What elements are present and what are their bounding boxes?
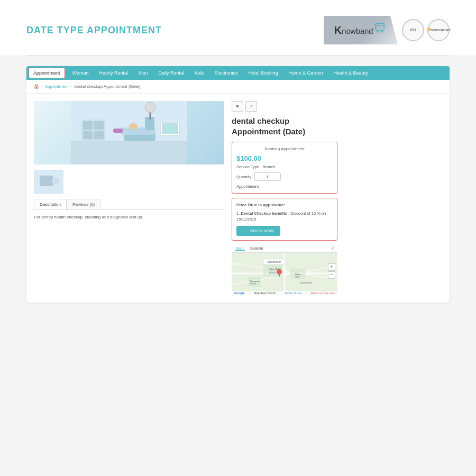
knowband-svg: K nowband (333, 21, 386, 39)
map-data: Map data ©2015 (254, 291, 276, 295)
wishlist-share-btn[interactable]: ↗ (245, 101, 257, 112)
wishlist-row: ♥ ↗ (232, 101, 337, 112)
svg-text:Bulandshahr: Bulandshahr (300, 281, 313, 284)
nav-item-daily-rental[interactable]: Daily Rental (153, 66, 189, 80)
nav-item-men[interactable]: Men (133, 66, 153, 80)
tab-description[interactable]: Description (34, 199, 67, 209)
product-right: ♥ ↗ dental checkup Appointment (Date) Bo… (232, 101, 337, 295)
book-now-button[interactable]: 🛒 BOOK NOW (236, 226, 280, 236)
nav-item-home-garden[interactable]: Home & Garden (283, 66, 328, 80)
map-controls: ⤢ (331, 246, 334, 251)
svg-text:नई दिल्ली: नई दिल्ली (268, 271, 276, 274)
price-rule-box: Price Rule is applicable: 1. Dental Chec… (232, 198, 337, 241)
nav-item-hourly-rental[interactable]: Hourly Rental (94, 66, 133, 80)
svg-rect-9 (71, 141, 187, 164)
map-terms[interactable]: Terms of Use (285, 291, 301, 295)
page-title: DATE TYPE APPOINTMENT (26, 25, 162, 36)
price-rule-item: 1. Dental Checkup benefits : Discount of… (236, 210, 333, 223)
svg-text:nowband: nowband (342, 27, 373, 35)
svg-point-4 (377, 31, 379, 33)
breadcrumb-current: dental checkup Appointment (Date) (74, 84, 140, 89)
svg-rect-21 (162, 123, 178, 134)
svg-point-26 (52, 177, 59, 185)
product-description-text: For dental health checkup, cleaning and … (34, 210, 224, 225)
iso-badge: ISO (402, 19, 424, 41)
price-rule-number: 1. (236, 211, 240, 216)
nav-item-hotel-booking[interactable]: Hotel Booking (243, 66, 283, 80)
map-footer: Google Map data ©2015 Terms of Use Repor… (232, 291, 337, 295)
product-thumbnail[interactable] (34, 170, 63, 194)
logo-area: K nowband ISO 🏆BESTSUPPORT (324, 16, 450, 44)
svg-text:Appointment: Appointment (267, 261, 281, 263)
svg-rect-18 (83, 131, 93, 139)
dental-room-illustration (71, 101, 187, 164)
google-logo: Google (234, 291, 245, 295)
map-zoom-in[interactable]: + (328, 263, 335, 271)
map-zoom-out[interactable]: − (328, 271, 335, 279)
breadcrumb-appointment[interactable]: Appointment (45, 84, 69, 89)
book-btn-label: BOOK NOW (250, 228, 274, 233)
cart-icon: 🛒 (243, 228, 248, 233)
map-tab-map[interactable]: Map (235, 246, 245, 251)
page-header: DATE TYPE APPOINTMENT K nowband ISO 🏆BES… (0, 0, 476, 55)
map-zoom-controls: + − (328, 263, 335, 279)
breadcrumb-sep2: › (71, 84, 72, 89)
nav-item-appointment[interactable]: Appointment (29, 68, 65, 78)
map-svg: New Delhi नई दिल्ली Noida नोएडा Gurugram… (232, 253, 337, 294)
svg-rect-17 (94, 121, 104, 130)
svg-rect-25 (40, 176, 53, 186)
svg-rect-19 (94, 131, 104, 139)
best-support-badge: 🏆BESTSUPPORT (427, 19, 450, 41)
svg-rect-16 (83, 121, 93, 130)
map-expand-icon[interactable]: ⤢ (331, 246, 334, 251)
breadcrumb-sep1: › (41, 84, 43, 89)
map-tab-satellite[interactable]: Satellite (249, 246, 265, 251)
map-body: New Delhi नई दिल्ली Noida नोएडा Gurugram… (232, 253, 337, 294)
quantity-label: Quantity (236, 175, 251, 179)
svg-point-23 (129, 123, 138, 130)
header-divider (26, 55, 450, 56)
breadcrumb: 🏠 › Appointment › dental checkup Appoint… (26, 80, 450, 94)
svg-point-14 (145, 102, 155, 113)
svg-rect-22 (113, 129, 123, 133)
svg-point-5 (381, 31, 383, 33)
quantity-row: Quantity (236, 172, 333, 181)
main-content-card: Appointment Woman Hourly Rental Men Dail… (26, 66, 450, 303)
price-rule-name: Dental Checkup benefits (241, 211, 287, 216)
logo-badges: ISO 🏆BESTSUPPORT (402, 19, 450, 41)
booking-title: Booking Appointment (236, 147, 333, 151)
price-rule-title: Price Rule is applicable: (236, 203, 333, 207)
svg-text:K: K (334, 24, 342, 36)
knowband-logo: K nowband (324, 16, 398, 44)
map-tabs-row: Map Satellite ⤢ (232, 245, 337, 253)
nav-item-health-beauty[interactable]: Health & Beauty (328, 66, 373, 80)
nav-item-woman[interactable]: Woman (67, 66, 94, 80)
wishlist-heart-btn[interactable]: ♥ (232, 101, 243, 112)
nav-item-electronics[interactable]: Electronics (209, 66, 243, 80)
map-report[interactable]: Report a map error (311, 291, 335, 295)
service-type: Service Type : Branch (236, 164, 333, 169)
product-tabs: Description Reviews (0) (34, 199, 224, 210)
appointment-label: Appointment (236, 184, 333, 189)
map-area: Map Satellite ⤢ (232, 245, 337, 295)
svg-point-42 (277, 269, 282, 274)
product-price: $100.00 (236, 154, 333, 162)
tab-reviews[interactable]: Reviews (0) (67, 199, 100, 209)
svg-text:Gurugram: Gurugram (250, 280, 260, 282)
svg-text:नोएडा: नोएडा (295, 276, 299, 278)
product-thumb-svg (34, 170, 63, 194)
svg-text:Noida: Noida (295, 273, 301, 276)
product-left: Description Reviews (0) For dental healt… (34, 101, 224, 295)
breadcrumb-home[interactable]: 🏠 (34, 84, 39, 89)
nav-item-kids[interactable]: Kids (189, 66, 209, 80)
booking-box: Booking Appointment $100.00 Service Type… (232, 142, 337, 194)
product-name: dental checkup Appointment (Date) (232, 116, 337, 136)
nav-bar: Appointment Woman Hourly Rental Men Dail… (26, 66, 450, 80)
product-area: Description Reviews (0) For dental healt… (26, 94, 450, 303)
product-main-image (34, 101, 224, 164)
svg-rect-2 (376, 23, 384, 30)
quantity-input[interactable] (254, 172, 281, 181)
